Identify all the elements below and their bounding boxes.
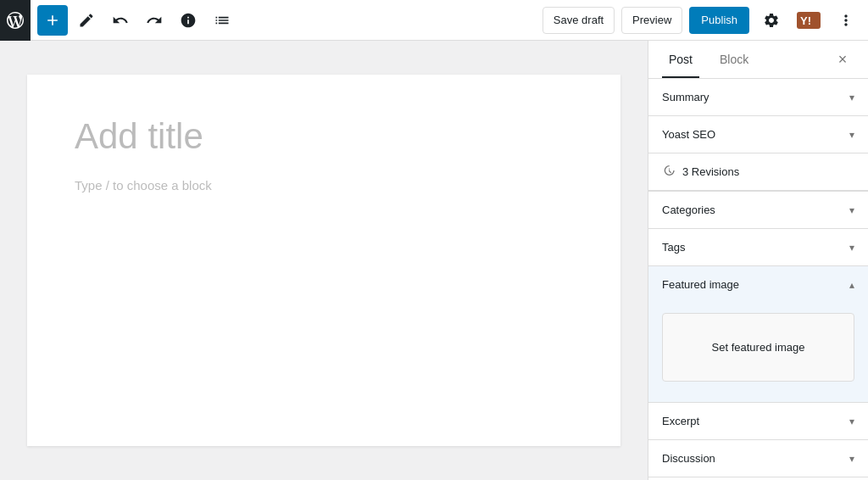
list-view-icon: [214, 12, 231, 29]
panel-tags-header[interactable]: Tags ▾: [648, 229, 868, 265]
yoast-icon: Y!: [797, 12, 821, 29]
undo-button[interactable]: [105, 5, 136, 36]
panel-excerpt-title: Excerpt: [662, 415, 699, 427]
set-featured-image-button[interactable]: Set featured image: [662, 313, 854, 382]
panel-categories-title: Categories: [662, 204, 715, 216]
body-placeholder[interactable]: Type / to choose a block: [75, 178, 573, 193]
panel-featured-image-header[interactable]: Featured image ▴: [648, 266, 868, 303]
redo-icon: [146, 12, 163, 29]
save-draft-button[interactable]: Save draft: [542, 7, 615, 34]
chevron-up-icon: ▴: [849, 279, 854, 291]
panel-yoast: Yoast SEO ▾: [648, 116, 868, 153]
panel-yoast-title: Yoast SEO: [662, 128, 715, 141]
info-button[interactable]: [173, 5, 203, 36]
panel-summary-title: Summary: [662, 91, 709, 103]
chevron-down-icon: ▾: [849, 92, 854, 103]
edit-button[interactable]: [71, 5, 102, 36]
sidebar: Post Block × Summary ▾ Yoast SEO ▾ 3: [648, 41, 868, 480]
undo-icon: [112, 12, 129, 29]
chevron-down-icon-discussion: ▾: [849, 453, 854, 465]
yoast-button[interactable]: Y!: [793, 5, 824, 36]
toolbar-right: Save draft Preview Publish Y!: [542, 5, 861, 36]
panel-yoast-header[interactable]: Yoast SEO ▾: [648, 116, 868, 153]
panel-featured-image: Featured image ▴ Set featured image: [648, 266, 868, 403]
settings-button[interactable]: [756, 5, 787, 36]
panel-discussion: Discussion ▾: [648, 440, 868, 477]
toolbar-left: [37, 5, 539, 36]
panel-discussion-header[interactable]: Discussion ▾: [648, 440, 868, 477]
revisions-row[interactable]: 3 Revisions: [648, 153, 868, 191]
preview-button[interactable]: Preview: [621, 7, 682, 34]
panel-excerpt-header[interactable]: Excerpt ▾: [648, 403, 868, 439]
gear-icon: [763, 12, 780, 29]
chevron-down-icon-categories: ▾: [849, 204, 854, 216]
editor-area: Add title Type / to choose a block: [0, 41, 648, 480]
chevron-down-icon-excerpt: ▾: [849, 416, 854, 427]
wp-logo-icon: [7, 12, 24, 29]
panel-tags: Tags ▾: [648, 229, 868, 266]
panel-categories-header[interactable]: Categories ▾: [648, 192, 868, 228]
svg-text:Y!: Y!: [800, 14, 811, 27]
more-options-button[interactable]: [831, 5, 861, 36]
redo-button[interactable]: [139, 5, 170, 36]
tab-block[interactable]: Block: [713, 41, 755, 78]
chevron-down-icon-tags: ▾: [849, 242, 854, 254]
panel-tags-title: Tags: [662, 241, 685, 254]
main-layout: Add title Type / to choose a block Post …: [0, 41, 868, 480]
panel-summary-header[interactable]: Summary ▾: [648, 79, 868, 115]
pencil-icon: [78, 12, 95, 29]
more-vertical-icon: [837, 12, 854, 29]
list-view-button[interactable]: [207, 5, 237, 36]
editor-content: Add title Type / to choose a block: [27, 75, 620, 446]
info-icon: [180, 12, 197, 29]
panel-discussion-title: Discussion: [662, 452, 715, 465]
panel-summary: Summary ▾: [648, 79, 868, 116]
publish-button[interactable]: Publish: [689, 7, 749, 34]
tab-post[interactable]: Post: [662, 41, 699, 78]
wp-logo: [0, 0, 31, 41]
toolbar: Save draft Preview Publish Y!: [0, 0, 868, 41]
chevron-down-icon-yoast: ▾: [849, 129, 854, 141]
close-sidebar-button[interactable]: ×: [831, 47, 854, 71]
add-block-button[interactable]: [37, 5, 68, 36]
plus-icon: [44, 12, 61, 29]
panel-excerpt: Excerpt ▾: [648, 403, 868, 440]
title-field[interactable]: Add title: [75, 115, 573, 158]
panel-revisions: 3 Revisions: [648, 153, 868, 192]
panel-featured-image-title: Featured image: [662, 278, 739, 291]
panel-categories: Categories ▾: [648, 192, 868, 229]
featured-image-content: Set featured image: [648, 303, 868, 392]
clock-icon: [662, 164, 676, 180]
sidebar-tabs: Post Block ×: [648, 41, 868, 79]
featured-image-spacer: [648, 392, 868, 402]
revisions-label: 3 Revisions: [682, 165, 739, 178]
